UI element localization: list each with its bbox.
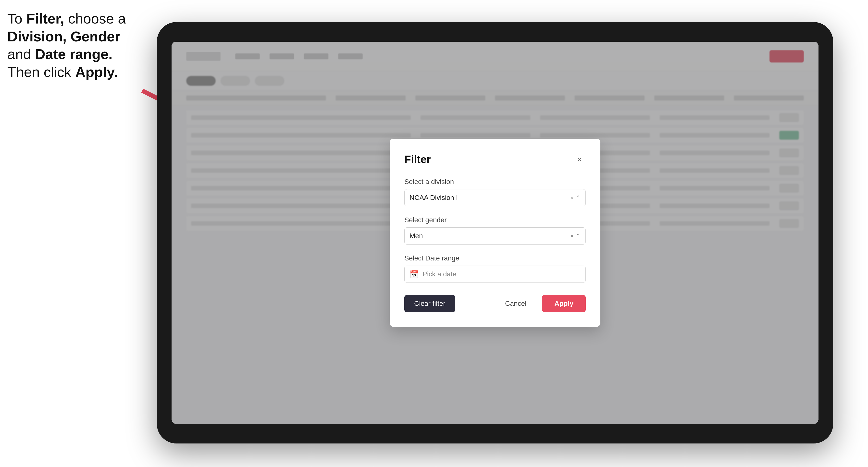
dialog-title: Filter bbox=[404, 153, 431, 166]
filter-dialog: Filter × Select a division NCAA Division… bbox=[390, 139, 600, 327]
gender-select[interactable]: Men × ⌃ bbox=[404, 227, 586, 245]
instruction-bold-filter: Filter, bbox=[26, 10, 64, 27]
gender-chevron-icon: ⌃ bbox=[576, 232, 581, 239]
dialog-header: Filter × bbox=[404, 153, 586, 166]
division-form-group: Select a division NCAA Division I × ⌃ bbox=[404, 178, 586, 206]
division-clear-icon[interactable]: × bbox=[570, 194, 574, 201]
calendar-icon: 📅 bbox=[409, 270, 418, 279]
dialog-close-button[interactable]: × bbox=[574, 153, 586, 166]
footer-right-buttons: Cancel Apply bbox=[495, 295, 586, 312]
division-chevron-icon: ⌃ bbox=[576, 194, 581, 201]
division-label: Select a division bbox=[404, 178, 586, 186]
date-placeholder: Pick a date bbox=[423, 270, 457, 278]
date-label: Select Date range bbox=[404, 254, 586, 262]
clear-filter-button[interactable]: Clear filter bbox=[404, 295, 455, 312]
division-selected-value: NCAA Division I bbox=[409, 194, 570, 201]
gender-selected-value: Men bbox=[409, 232, 570, 240]
tablet-frame: Filter × Select a division NCAA Division… bbox=[157, 22, 833, 443]
apply-button[interactable]: Apply bbox=[542, 295, 586, 312]
gender-label: Select gender bbox=[404, 216, 586, 224]
dialog-footer: Clear filter Cancel Apply bbox=[404, 295, 586, 312]
modal-overlay: Filter × Select a division NCAA Division… bbox=[172, 42, 818, 424]
gender-select-controls: × ⌃ bbox=[570, 232, 581, 239]
tablet-screen: Filter × Select a division NCAA Division… bbox=[172, 42, 818, 424]
cancel-button[interactable]: Cancel bbox=[495, 295, 536, 312]
instruction-bold-apply: Apply. bbox=[75, 64, 118, 80]
instruction-bold-division-gender: Division, Gender bbox=[7, 28, 120, 44]
division-select-controls: × ⌃ bbox=[570, 194, 581, 201]
date-range-input[interactable]: 📅 Pick a date bbox=[404, 266, 586, 283]
instruction-bold-date: Date range. bbox=[35, 46, 113, 62]
date-form-group: Select Date range 📅 Pick a date bbox=[404, 254, 586, 283]
division-select[interactable]: NCAA Division I × ⌃ bbox=[404, 189, 586, 206]
gender-clear-icon[interactable]: × bbox=[570, 232, 574, 239]
instruction-text: To Filter, choose a Division, Gender and… bbox=[7, 10, 145, 81]
gender-form-group: Select gender Men × ⌃ bbox=[404, 216, 586, 245]
